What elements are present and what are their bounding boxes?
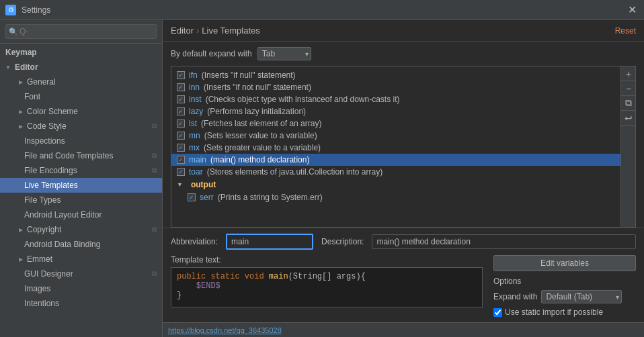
list-item-main[interactable]: main (main() method declaration) [171,154,635,166]
checkbox-inn[interactable] [177,83,185,91]
arrow-icon: ▶ [19,79,23,85]
description-input[interactable] [372,234,636,249]
undo-template-button[interactable]: ↩ [621,111,636,126]
code-line-2: $END$ [177,281,477,291]
breadcrumb-separator: › [196,26,199,36]
description-label: Description: [321,237,364,246]
list-actions: + − ⧉ ↩ [620,66,635,227]
list-item[interactable]: ifn (Inserts "if null" statement) [171,69,635,81]
sidebar-item-intentions[interactable]: Intentions [0,296,162,311]
template-code-wrap: Template text: public static void main(S… [171,255,483,307]
chevron-down-icon: ▼ [5,64,11,70]
copy-icon: ⧉ [152,226,157,234]
list-item-serr[interactable]: serr (Prints a string to System.err) [171,191,635,203]
sidebar-item-inspections[interactable]: Inspections [0,134,162,148]
checkbox-mx[interactable] [177,144,185,152]
template-code-area[interactable]: public static void main(String[] args){ … [171,267,483,307]
app-icon: ⚙ [5,5,16,15]
sidebar-item-file-types[interactable]: File Types [0,193,162,207]
options-label: Options [493,277,636,286]
template-text-label: Template text: [171,255,483,264]
checkbox-lst[interactable] [177,119,185,128]
list-item[interactable]: mx (Sets greater value to a variable) [171,142,635,154]
list-item[interactable]: inn (Inserts "if not null" statement) [171,81,635,93]
content-area: Editor › Live Templates Reset By default… [163,20,644,337]
sidebar-item-live-templates[interactable]: Live Templates [0,178,162,193]
checkbox-inst[interactable] [177,95,185,103]
sidebar-item-general[interactable]: ▶ General [0,75,162,89]
sidebar-search-area: 🔍 [0,20,162,44]
sidebar-item-font[interactable]: Font [0,89,162,104]
expand-row: By default expand with Tab Enter Space [163,42,644,66]
checkbox-toar[interactable] [177,168,185,176]
templates-panel: ifn (Inserts "if null" statement) inn (I… [163,66,644,228]
static-import-row: Use static import if possible [493,307,636,317]
main-container: 🔍 Keymap ▼ Editor ▶ General Font ▶ Color… [0,20,644,337]
expand-label: By default expand with [171,49,252,58]
output-group-label: output [191,180,216,189]
title-bar-text: Settings [22,5,50,15]
sidebar-item-file-encodings[interactable]: File Encodings ⧉ [0,163,162,178]
abbreviation-input[interactable] [226,234,313,250]
templates-list-wrap: ifn (Inserts "if null" statement) inn (I… [171,66,636,228]
copy-icon: ⧉ [152,270,157,278]
sidebar-item-emmet[interactable]: ▶ Emmet [0,252,162,267]
breadcrumb-current: Live Templates [202,26,259,36]
sidebar-item-editor[interactable]: ▼ Editor [0,60,162,75]
static-import-label: Use static import if possible [505,307,603,317]
code-line-1: public static void main(String[] args){ [177,272,477,281]
static-import-checkbox[interactable] [493,308,502,317]
remove-template-button[interactable]: − [621,81,636,96]
bottom-area: Abbreviation: Description: Template text… [163,228,644,322]
arrow-icon: ▶ [19,109,23,115]
sidebar-item-android-layout-editor[interactable]: Android Layout Editor [0,207,162,222]
breadcrumb-parent: Editor [171,26,194,36]
copy-icon: ⧉ [152,166,157,175]
checkbox-main[interactable] [177,156,185,164]
content-header: Editor › Live Templates Reset [163,20,644,42]
checkbox-mn[interactable] [177,132,185,140]
abbr-desc-row: Abbreviation: Description: [171,234,636,250]
code-line-3: } [177,291,477,300]
arrow-icon: ▶ [19,256,23,262]
keymap-label: Keymap [0,44,162,60]
sidebar-item-color-scheme[interactable]: ▶ Color Scheme [0,104,162,119]
copy-icon: ⧉ [152,122,157,130]
close-button[interactable]: ✕ [625,3,639,16]
sidebar-item-code-style[interactable]: ▶ Code Style ⧉ [0,119,162,134]
list-item[interactable]: inst (Checks object type with instanceof… [171,93,635,105]
sidebar-item-copyright[interactable]: ▶ Copyright ⧉ [0,222,162,237]
expand-select[interactable]: Tab Enter Space [257,47,311,60]
template-text-row: Template text: public static void main(S… [171,255,636,317]
list-item[interactable]: lazy (Performs lazy initialization) [171,105,635,117]
checkbox-serr[interactable] [188,193,196,201]
list-item[interactable]: toar (Stores elements of java.util.Colle… [171,166,635,178]
expand-with-row: Expand with Default (Tab) Tab Enter Spac… [493,290,636,303]
arrow-icon: ▶ [19,227,23,233]
search-wrap: 🔍 [5,24,157,39]
sidebar-item-images[interactable]: Images [0,281,162,296]
reset-button[interactable]: Reset [615,26,636,36]
search-input[interactable] [5,24,157,39]
expand-select-wrap: Tab Enter Space [257,47,311,60]
expand-with-select-wrap: Default (Tab) Tab Enter Space [541,290,622,303]
list-item[interactable]: mn (Sets lesser value to a variable) [171,130,635,142]
group-arrow-icon: ▼ [177,181,183,188]
status-url[interactable]: https://blog.csdn.net/qq_36435028 [168,326,282,334]
output-group[interactable]: ▼ output [171,178,635,191]
sidebar-item-file-and-code-templates[interactable]: File and Code Templates ⧉ [0,148,162,163]
sidebar-item-android-data-binding[interactable]: Android Data Binding [0,237,162,252]
add-template-button[interactable]: + [621,66,636,81]
edit-variables-button[interactable]: Edit variables [493,255,636,271]
copy-icon: ⧉ [152,152,157,160]
editor-label: Editor [15,62,38,72]
sidebar-item-gui-designer[interactable]: GUI Designer ⧉ [0,267,162,281]
abbreviation-label: Abbreviation: [171,237,218,246]
copy-template-button[interactable]: ⧉ [621,96,636,111]
checkbox-ifn[interactable] [177,71,185,79]
status-bar: https://blog.csdn.net/qq_36435028 [163,322,644,337]
expand-with-select[interactable]: Default (Tab) Tab Enter Space [541,290,622,303]
list-item[interactable]: lst (Fetches last element of an array) [171,117,635,130]
options-panel: Edit variables Options Expand with Defau… [488,255,636,317]
checkbox-lazy[interactable] [177,107,185,115]
